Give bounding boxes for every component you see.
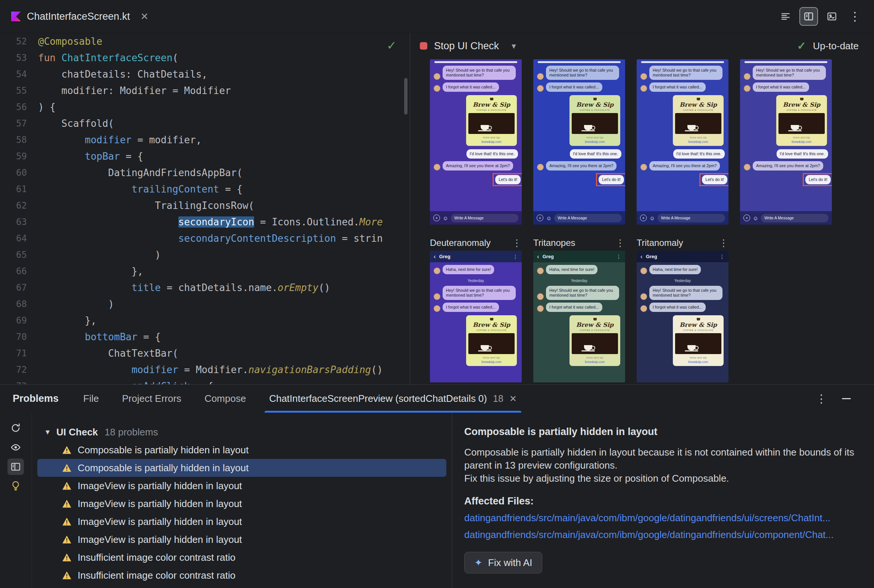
- problem-row[interactable]: Composable is partially hidden in layout: [37, 459, 446, 477]
- code-line[interactable]: 65 ): [0, 247, 409, 263]
- shared-link-card[interactable]: Brew & SipCOFFEE & CHOCOLATEbrew and sip…: [569, 315, 620, 366]
- kebab-icon[interactable]: ⋮: [719, 254, 725, 260]
- code-line[interactable]: 73 onAddClick = {: [0, 378, 409, 384]
- add-attachment-icon[interactable]: +: [743, 214, 750, 221]
- code-line[interactable]: 55 modifier: Modifier = Modifier: [0, 82, 409, 99]
- message-input[interactable]: Write A Message: [554, 214, 622, 222]
- editor-tab[interactable]: ChatInterfaceScreen.kt ✕: [0, 0, 160, 33]
- tab-file[interactable]: File: [83, 385, 99, 412]
- emoji-icon[interactable]: ☺: [753, 215, 758, 221]
- tab-ui-check-preview[interactable]: ChatInterfaceScreenPreview (sortedChatDe…: [269, 385, 517, 412]
- problem-row[interactable]: ImageView is partially hidden in layout: [37, 513, 446, 531]
- message-input[interactable]: Write A Message: [658, 214, 725, 222]
- code-line[interactable]: 61 trailingContent = {: [0, 181, 409, 197]
- quick-fix-button[interactable]: [8, 478, 24, 494]
- card-link[interactable]: brew&sip.com: [675, 140, 721, 144]
- phone-preview[interactable]: ‹Greg⋮Haha, next time for sure!Yesterday…: [533, 251, 625, 382]
- tab-compose[interactable]: Compose: [204, 385, 246, 412]
- kebab-icon[interactable]: ⋮: [513, 254, 518, 260]
- shared-link-card[interactable]: Brew & SipCOFFEE & CHOCOLATEbrew and sip…: [776, 95, 827, 146]
- preview-visibility-button[interactable]: [8, 439, 24, 456]
- message-input[interactable]: Write A Message: [451, 214, 518, 222]
- code-line[interactable]: 68 ): [0, 296, 409, 312]
- code-line[interactable]: 52@Composable: [0, 33, 409, 50]
- phone-preview[interactable]: Hey! Should we go to that cafe you menti…: [637, 59, 728, 225]
- phone-preview[interactable]: Hey! Should we go to that cafe you menti…: [430, 59, 522, 225]
- problem-row[interactable]: Insufficient image color contrast ratio: [37, 549, 446, 566]
- kebab-icon[interactable]: ⋮: [616, 254, 621, 260]
- preview-menu-icon[interactable]: ⋮: [616, 237, 625, 249]
- phone-preview[interactable]: Hey! Should we go to that cafe you menti…: [740, 59, 832, 225]
- add-attachment-icon[interactable]: +: [433, 214, 440, 221]
- code-line[interactable]: 63 secondaryIcon = Icons.Outlined.More: [0, 214, 409, 230]
- code-editor[interactable]: 52@Composable53fun ChatInterfaceScreen(5…: [0, 33, 409, 384]
- shared-link-card[interactable]: Brew & SipCOFFEE & CHOCOLATEbrew and sip…: [673, 315, 724, 366]
- emoji-icon[interactable]: ☺: [443, 215, 448, 221]
- code-line[interactable]: 67 title = chatDetails.name.orEmpty(): [0, 279, 409, 296]
- stop-ui-check-button[interactable]: Stop UI Check: [434, 40, 499, 52]
- preview-menu-icon[interactable]: ⋮: [512, 237, 522, 249]
- code-line[interactable]: 66 },: [0, 263, 409, 279]
- code-line[interactable]: 56) {: [0, 99, 409, 115]
- shared-link-card[interactable]: Brew & SipCOFFEE & CHOCOLATEbrew and sip…: [466, 95, 517, 146]
- more-options-button[interactable]: ⋮: [845, 7, 864, 26]
- problem-row[interactable]: Insufficient text color contrast ratio: [37, 584, 446, 588]
- code-view-button[interactable]: [776, 7, 795, 26]
- emoji-icon[interactable]: ☺: [649, 215, 655, 221]
- inspection-ok-icon[interactable]: ✓: [387, 38, 397, 52]
- split-view-button[interactable]: [799, 7, 818, 26]
- add-attachment-icon[interactable]: +: [640, 214, 647, 221]
- shared-link-card[interactable]: Brew & SipCOFFEE & CHOCOLATEbrew and sip…: [673, 95, 724, 146]
- code-line[interactable]: 57 Scaffold(: [0, 115, 409, 132]
- code-line[interactable]: 64 secondaryContentDescription = strin: [0, 230, 409, 247]
- message-input[interactable]: Write A Message: [761, 214, 829, 222]
- card-link[interactable]: brew&sip.com: [572, 140, 618, 144]
- card-link[interactable]: brew&sip.com: [469, 140, 515, 144]
- fix-with-ai-button[interactable]: ✦ Fix with AI: [464, 552, 542, 573]
- problem-row[interactable]: ImageView is partially hidden in layout: [37, 495, 446, 513]
- code-line[interactable]: 71 ChatTextBar(: [0, 345, 409, 362]
- panel-options-icon[interactable]: ⋮: [816, 392, 827, 405]
- back-icon[interactable]: ‹: [640, 253, 643, 260]
- problem-row[interactable]: Insufficient image color contrast ratio: [37, 566, 446, 584]
- affected-file-link[interactable]: datingandfriends/src/main/java/com/ibm/g…: [464, 512, 857, 524]
- back-icon[interactable]: ‹: [537, 253, 539, 260]
- phone-preview[interactable]: ‹Greg⋮Haha, next time for sure!Yesterday…: [430, 251, 522, 382]
- code-line[interactable]: 59 topBar = {: [0, 148, 409, 165]
- emoji-icon[interactable]: ☺: [546, 215, 551, 221]
- editor-scrollbar[interactable]: [404, 78, 407, 114]
- card-link[interactable]: brew&sip.com: [572, 360, 618, 364]
- code-line[interactable]: 58 modifier = modifier,: [0, 132, 409, 148]
- ui-check-group-row[interactable]: ▾ UI Check 18 problems: [32, 423, 452, 441]
- card-link[interactable]: brew&sip.com: [778, 140, 825, 144]
- code-line[interactable]: 54 chatDetails: ChatDetails,: [0, 66, 409, 82]
- affected-file-link[interactable]: datingandfriends/src/main/java/com/ibm/g…: [464, 529, 857, 541]
- code-line[interactable]: 60 DatingAndFriendsAppBar(: [0, 165, 409, 181]
- add-attachment-icon[interactable]: +: [537, 214, 544, 221]
- card-link[interactable]: brew&sip.com: [675, 360, 721, 364]
- card-link[interactable]: brew&sip.com: [469, 360, 515, 364]
- shared-link-card[interactable]: Brew & SipCOFFEE & CHOCOLATEbrew and sip…: [466, 315, 517, 366]
- design-view-button[interactable]: [823, 7, 841, 26]
- tab-project-errors[interactable]: Project Errors: [122, 385, 182, 412]
- code-line[interactable]: 70 bottomBar = {: [0, 329, 409, 345]
- chevron-down-icon[interactable]: ▾: [45, 427, 50, 437]
- problem-row[interactable]: Composable is partially hidden in layout: [37, 441, 446, 459]
- phone-preview[interactable]: Hey! Should we go to that cafe you menti…: [533, 59, 625, 225]
- hide-panel-icon[interactable]: [842, 398, 851, 399]
- close-tab-icon[interactable]: ✕: [509, 394, 517, 404]
- code-line[interactable]: 72 modifier = Modifier.navigationBarsPad…: [0, 362, 409, 378]
- back-icon[interactable]: ‹: [434, 253, 436, 260]
- code-line[interactable]: 69 },: [0, 312, 409, 329]
- refresh-button[interactable]: [8, 420, 24, 436]
- code-line[interactable]: 53fun ChatInterfaceScreen(: [0, 50, 409, 66]
- chevron-down-icon[interactable]: ▾: [512, 41, 516, 51]
- detail-layout-button[interactable]: [8, 459, 24, 475]
- shared-link-card[interactable]: Brew & SipCOFFEE & CHOCOLATEbrew and sip…: [569, 95, 620, 146]
- phone-preview[interactable]: ‹Greg⋮Haha, next time for sure!Yesterday…: [637, 251, 728, 382]
- problem-row[interactable]: ImageView is partially hidden in layout: [37, 477, 446, 495]
- close-tab-icon[interactable]: ✕: [140, 11, 149, 22]
- preview-menu-icon[interactable]: ⋮: [719, 237, 728, 249]
- code-line[interactable]: 62 TrailingIconsRow(: [0, 197, 409, 214]
- problem-row[interactable]: ImageView is partially hidden in layout: [37, 531, 446, 549]
